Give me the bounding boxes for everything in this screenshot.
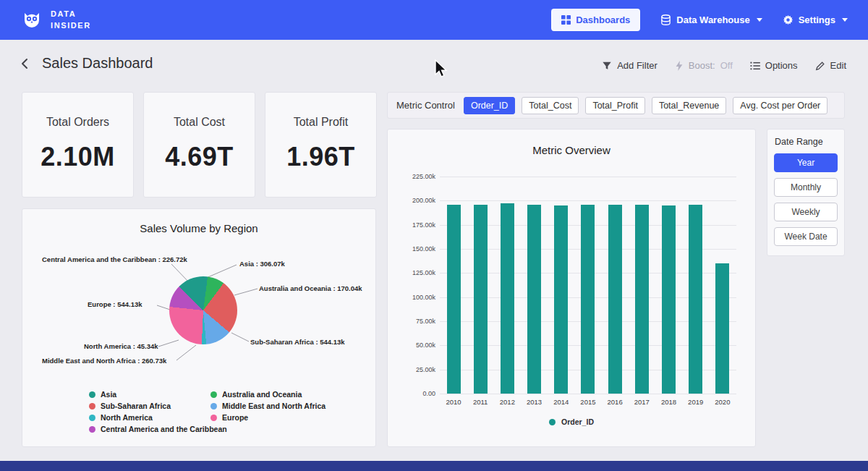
x-axis-label: 2015 (577, 398, 599, 406)
x-axis-label: 2020 (712, 398, 733, 406)
y-axis-tick: 225.00k (402, 173, 435, 180)
legend-dot (549, 419, 556, 425)
legend-label: Europe (222, 413, 248, 422)
kpi-value: 2.10M (22, 142, 133, 172)
pie-callout-sub-saharan-africa: Sub-Saharan Africa : 544.13k (250, 338, 345, 346)
pie-chart-region: Asia : 306.07kAustralia and Oceania : 17… (22, 240, 375, 437)
pie-legend-item-australia-and-oceania[interactable]: Australia and Oceania (210, 390, 302, 399)
page-title: Sales Dashboard (42, 55, 153, 72)
metric-button-total-revenue[interactable]: Total_Revenue (652, 97, 726, 114)
footer-bar (0, 461, 868, 471)
date-range-title: Date Range (775, 137, 838, 147)
legend-label: North America (101, 413, 153, 422)
legend-label: Central America and the Caribbean (101, 425, 227, 433)
bar-2014[interactable] (554, 205, 568, 394)
grid-icon (561, 15, 571, 25)
y-axis-tick: 150.00k (402, 245, 435, 253)
chart-title: Metric Overview (402, 144, 741, 156)
nav-settings-label: Settings (799, 14, 835, 25)
pie-legend-item-europe[interactable]: Europe (210, 413, 248, 422)
nav-data-warehouse[interactable]: Data Warehouse (660, 14, 762, 25)
metric-button-order-id[interactable]: Order_ID (464, 97, 515, 114)
bar-2015[interactable] (581, 205, 595, 394)
x-axis-label: 2018 (658, 398, 680, 406)
x-axis-label: 2017 (631, 398, 652, 406)
add-filter-label: Add Filter (617, 60, 658, 71)
date-range-button-year[interactable]: Year (774, 153, 838, 172)
filter-funnel-icon (602, 61, 612, 71)
bar-2019[interactable] (689, 205, 702, 394)
metric-button-total-profit[interactable]: Total_Profit (585, 97, 645, 114)
bolt-icon (675, 61, 684, 71)
nav-dashboards-button[interactable]: Dashboards (551, 9, 640, 31)
bar-2020[interactable] (715, 263, 729, 394)
legend-label: Order_ID (561, 417, 594, 426)
brand-logo: DATA INSIDER (20, 9, 91, 32)
edit-label: Edit (830, 60, 846, 71)
x-axis-labels: 2010201120122013201420152016201720182019… (440, 398, 736, 406)
y-axis-tick: 200.00k (402, 197, 435, 204)
back-button[interactable] (19, 57, 32, 70)
pencil-icon (815, 61, 825, 71)
pie-callout-europe: Europe : 544.13k (88, 300, 142, 308)
pie-legend-item-asia[interactable]: Asia (89, 390, 116, 399)
legend-dot (89, 391, 95, 398)
bar-2012[interactable] (501, 203, 514, 394)
database-icon (660, 14, 671, 25)
legend-label: Asia (101, 390, 116, 399)
chevron-down-icon (842, 18, 848, 22)
pie-legend-item-central-america-and-the-caribbean[interactable]: Central America and the Caribbean (89, 425, 227, 433)
pie-callout-north-america: North America : 45.34k (84, 342, 158, 350)
edit-button[interactable]: Edit (815, 60, 846, 71)
bar-2018[interactable] (662, 205, 676, 394)
nav-data-warehouse-label: Data Warehouse (676, 14, 749, 25)
y-axis-tick: 125.00k (402, 269, 435, 276)
pie-legend-item-sub-saharan-africa[interactable]: Sub-Saharan Africa (89, 402, 171, 410)
kpi-card-total-cost: Total Cost 4.69T (143, 92, 255, 198)
kpi-card-total-profit: Total Profit 1.96T (265, 92, 377, 198)
metric-button-group: Order_IDTotal_CostTotal_ProfitTotal_Reve… (464, 97, 827, 114)
pie-legend-item-middle-east-and-north-africa[interactable]: Middle East and North Africa (210, 402, 326, 410)
legend-dot (210, 391, 217, 398)
mouse-cursor (433, 59, 448, 82)
x-axis-label: 2013 (524, 398, 545, 406)
bar-2016[interactable] (608, 205, 622, 394)
nav-settings[interactable]: Settings (783, 14, 848, 25)
pie-callout-central-america-and-the-caribbean: Central America and the Caribbean : 226.… (42, 255, 187, 263)
boost-toggle[interactable]: Boost: Off (675, 60, 733, 71)
options-button[interactable]: Options (750, 60, 798, 71)
legend-dot (210, 415, 217, 421)
kpi-label: Total Cost (144, 116, 255, 129)
date-range-button-weekly[interactable]: Weekly (774, 203, 838, 221)
x-axis-label: 2016 (604, 398, 626, 406)
options-label: Options (765, 60, 798, 71)
metric-button-avg-cost-per-order[interactable]: Avg. Cost per Order (733, 97, 827, 114)
brand-line1: DATA (51, 9, 91, 20)
kpi-label: Total Orders (22, 116, 133, 129)
y-axis-tick: 0.00 (402, 390, 435, 397)
list-icon (750, 61, 760, 70)
metric-control-label: Metric Control (396, 100, 455, 111)
nav-dashboards-label: Dashboards (576, 14, 630, 25)
kpi-value: 1.96T (265, 142, 376, 172)
pie-callout-middle-east-and-north-africa: Middle East and North Africa : 260.73k (42, 357, 166, 365)
date-range-button-monthly[interactable]: Monthly (774, 178, 838, 197)
bar-2013[interactable] (527, 205, 541, 394)
pie-chart[interactable] (169, 276, 237, 344)
chevron-down-icon (757, 18, 762, 22)
legend-dot (89, 415, 95, 421)
owl-logo-icon (20, 9, 43, 32)
kpi-label: Total Profit (265, 116, 376, 129)
pie-legend-item-north-america[interactable]: North America (89, 413, 153, 422)
bar-2010[interactable] (447, 205, 461, 394)
metric-button-total-cost[interactable]: Total_Cost (522, 97, 579, 114)
bar-2017[interactable] (635, 205, 649, 394)
date-range-button-week-date[interactable]: Week Date (774, 227, 838, 246)
legend-dot (210, 403, 217, 410)
legend-dot (89, 426, 95, 433)
brand-line2: INSIDER (51, 20, 91, 31)
x-axis-label: 2019 (685, 398, 707, 406)
add-filter-button[interactable]: Add Filter (602, 60, 658, 71)
gridline (440, 394, 736, 394)
bar-2011[interactable] (474, 205, 488, 394)
